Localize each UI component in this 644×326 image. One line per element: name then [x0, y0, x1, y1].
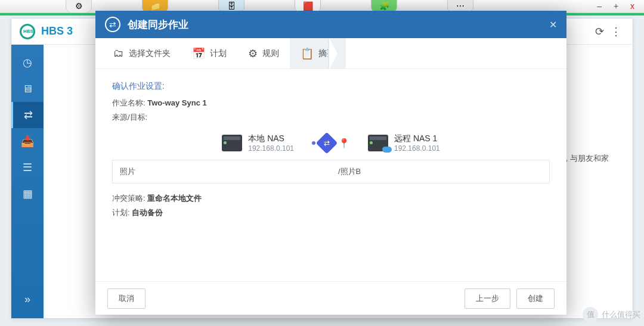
sidebar-item-sync[interactable]: ⇄	[11, 102, 44, 128]
sidebar-item-restore[interactable]: 📥	[11, 128, 44, 154]
dest-path: /照片B	[331, 160, 550, 184]
local-nas: 本地 NAS 192.168.0.101	[222, 133, 294, 153]
watermark-icon: 值	[583, 307, 598, 322]
wizard-steps: 🗂 选择文件夹 📅 计划 ⚙ 规则 📋 摘要	[95, 38, 566, 69]
sidebar: ◷ 🖥 ⇄ 📥 ☰ ▦ »	[11, 45, 44, 318]
local-nas-name: 本地 NAS	[248, 133, 294, 144]
jobname-value: Two-way Sync 1	[147, 98, 206, 107]
step-label: 计划	[210, 48, 227, 59]
location-pin-icon: 📍	[338, 138, 350, 149]
app-logo-icon	[20, 24, 35, 39]
source-target-pair: 本地 NAS 192.168.0.101 ⇄ 📍 远程 NAS 1 192.16…	[112, 133, 550, 153]
folder-icon: 🗂	[113, 47, 124, 60]
watermark: 值 什么值得买	[583, 307, 640, 322]
schedule-row: 计划: 自动备份	[112, 207, 550, 218]
window-maximize-icon[interactable]: +	[614, 1, 623, 11]
schedule-label: 计划:	[112, 208, 130, 217]
refresh-icon[interactable]: ⟳	[591, 25, 608, 38]
step-rules[interactable]: ⚙ 规则	[237, 38, 290, 69]
prev-button[interactable]: 上一步	[465, 288, 510, 309]
conflict-row: 冲突策略: 重命名本地文件	[112, 193, 550, 204]
sync-icon: ⇄	[105, 17, 120, 32]
nas-icon	[222, 135, 242, 151]
step-schedule[interactable]: 📅 计划	[181, 38, 237, 69]
section-title: 确认作业设置:	[112, 81, 550, 92]
step-label: 规则	[262, 48, 279, 59]
source-path: 照片	[113, 160, 332, 184]
clipboard-icon: 📋	[301, 47, 314, 60]
conflict-label: 冲突策略:	[112, 194, 145, 203]
remote-nas-name: 远程 NAS 1	[394, 133, 440, 144]
modal-header: ⇄ 创建同步作业 ✕	[95, 11, 566, 38]
sliders-icon: ⚙	[248, 47, 258, 60]
conflict-value: 重命名本地文件	[147, 194, 202, 203]
table-row: 照片 /照片B	[113, 160, 550, 184]
watermark-text: 什么值得买	[602, 309, 640, 320]
close-icon[interactable]: ✕	[549, 19, 557, 30]
remote-nas: 远程 NAS 1 192.168.0.101	[368, 133, 440, 153]
schedule-value: 自动备份	[132, 208, 163, 217]
dock-icon[interactable]: ⚙	[66, 0, 92, 13]
folder-mapping-table: 照片 /照片B	[112, 160, 550, 184]
modal-footer: 取消 上一步 创建	[95, 281, 566, 315]
cloud-icon	[382, 147, 392, 153]
sidebar-item-jobs[interactable]: ▦	[11, 181, 44, 207]
calendar-icon: 📅	[192, 47, 205, 60]
sidebar-item-backup[interactable]: 🖥	[11, 76, 44, 102]
window-minimize-icon[interactable]: –	[597, 1, 606, 11]
remote-nas-ip: 192.168.0.101	[394, 144, 440, 153]
sidebar-item-storage[interactable]: ☰	[11, 154, 44, 181]
app-title: HBS 3	[41, 25, 73, 38]
modal-body: 确认作业设置: 作业名称: Two-way Sync 1 来源/目标: 本地 N…	[95, 69, 566, 281]
step-select-folder[interactable]: 🗂 选择文件夹	[103, 38, 181, 69]
jobname-row: 作业名称: Two-way Sync 1	[112, 98, 550, 108]
local-nas-ip: 192.168.0.101	[248, 144, 294, 153]
sidebar-collapse-icon[interactable]: »	[11, 286, 44, 312]
modal-title: 创建同步作业	[128, 18, 188, 32]
srcdst-label: 来源/目标:	[112, 112, 550, 123]
more-icon[interactable]: ⋮	[608, 25, 624, 38]
cancel-button[interactable]: 取消	[107, 288, 145, 309]
sync-direction-icon: ⇄ 📍	[312, 135, 350, 151]
step-label: 选择文件夹	[129, 48, 171, 59]
create-button[interactable]: 创建	[516, 288, 555, 309]
sidebar-item-dashboard[interactable]: ◷	[11, 49, 44, 76]
create-sync-job-modal: ⇄ 创建同步作业 ✕ 🗂 选择文件夹 📅 计划 ⚙ 规则 📋 摘要 确认作业设置…	[95, 11, 566, 315]
window-close-icon[interactable]: x	[630, 1, 639, 11]
jobname-label: 作业名称:	[112, 98, 145, 107]
